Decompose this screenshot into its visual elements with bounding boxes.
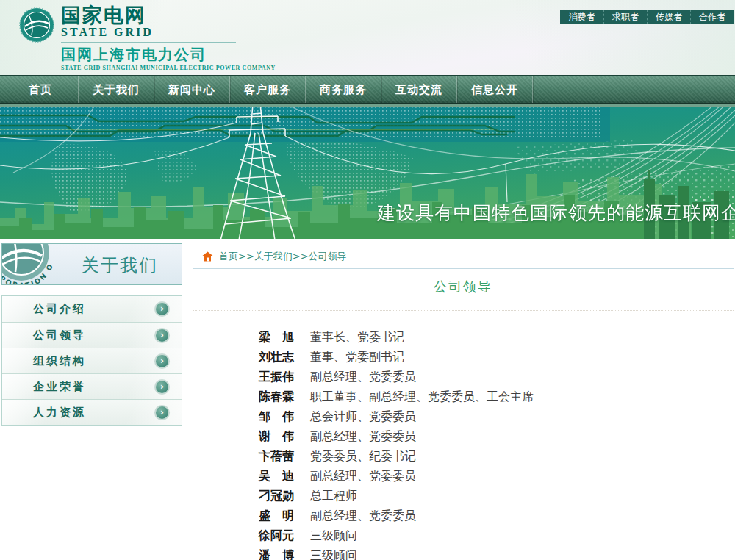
arrow-circle-icon	[156, 406, 168, 419]
sidebar-menu-item[interactable]: 公司领导	[2, 322, 182, 348]
leader-name: 潘 博	[259, 545, 295, 560]
main-nav: 首页 关于我们 新闻中心 客户服务 商务服务 互动交流 信息公开	[0, 76, 735, 104]
sidebar-menu-item[interactable]: 企业荣誉	[2, 373, 182, 399]
leader-name: 徐阿元	[259, 525, 295, 545]
leader-row: 潘 博 三级顾问	[259, 545, 734, 560]
sidebar-item-label: 人力资源	[33, 406, 86, 420]
page: 国家电网 STATE GRID 国网上海市电力公司 STATE GRID SHA…	[0, 0, 735, 560]
leader-name: 梁 旭	[259, 327, 295, 347]
brand-name-cn: 国家电网	[61, 5, 276, 26]
content-area: CORPORATION OF 关于我们 公司介绍 公司领导	[0, 239, 735, 560]
dotted-separator	[193, 310, 734, 311]
leader-row: 吴 迪 副总经理、党委委员	[259, 466, 734, 486]
brand-name-en: STATE GRID	[61, 26, 276, 39]
nav-item[interactable]: 新闻中心	[154, 76, 230, 103]
leader-title: 副总经理、党委委员	[310, 469, 416, 483]
leader-row: 刘壮志 董事、党委副书记	[259, 347, 734, 367]
leader-name: 王振伟	[259, 367, 295, 387]
leader-name: 谢 伟	[259, 426, 295, 446]
page-title: 公司领导	[193, 278, 734, 295]
leader-title: 职工董事、副总经理、党委委员、工会主席	[310, 390, 534, 403]
breadcrumb: 首页>>关于我们>>公司领导	[193, 249, 734, 264]
audience-link[interactable]: 合作者	[690, 10, 734, 24]
logo-divider	[61, 42, 236, 43]
sidebar-menu-item[interactable]: 组织结构	[2, 348, 182, 373]
arrow-circle-icon	[156, 329, 168, 342]
leader-title: 三级顾问	[310, 548, 357, 560]
nav-item[interactable]: 客户服务	[230, 76, 306, 103]
leader-title: 副总经理、党委委员	[310, 370, 416, 384]
audience-links-bar: 消费者 求职者 传媒者 合作者	[560, 10, 734, 24]
arrow-circle-icon	[156, 381, 168, 393]
sidebar-item-label: 组织结构	[33, 354, 86, 368]
sidebar-item-label: 公司介绍	[33, 302, 86, 316]
sidebar-header: CORPORATION OF 关于我们	[1, 243, 182, 285]
sidebar: CORPORATION OF 关于我们 公司介绍 公司领导	[1, 239, 182, 426]
leader-row: 徐阿元 三级顾问	[259, 525, 734, 545]
leader-title: 三级顾问	[310, 528, 357, 542]
leader-name: 盛 明	[259, 506, 295, 525]
leader-name: 邹 伟	[259, 406, 295, 426]
leader-title: 党委委员、纪委书记	[310, 449, 416, 463]
leader-name: 卞蓓蕾	[259, 446, 295, 466]
audience-link[interactable]: 求职者	[603, 10, 647, 24]
sidebar-title: 关于我们	[82, 254, 158, 277]
leader-title: 总工程师	[310, 489, 357, 503]
site-header: 国家电网 STATE GRID 国网上海市电力公司 STATE GRID SHA…	[0, 0, 735, 76]
audience-link[interactable]: 消费者	[560, 10, 603, 24]
sidebar-item-label: 企业荣誉	[33, 380, 86, 394]
breadcrumb-divider	[193, 268, 734, 269]
leader-list: 梁 旭 董事长、党委书记 刘壮志 董事、党委副书记 王振伟 副总经理、党委委员	[259, 327, 734, 560]
leader-row: 梁 旭 董事长、党委书记	[259, 327, 734, 347]
breadcrumb-text[interactable]: 首页>>关于我们>>公司领导	[219, 250, 347, 263]
state-grid-globe-icon	[19, 7, 54, 43]
nav-item[interactable]: 商务服务	[306, 76, 381, 103]
audience-link[interactable]: 传媒者	[647, 10, 690, 24]
leader-name: 刘壮志	[259, 347, 295, 367]
hero-banner: 建设具有中国特色国际领先的能源互联网企业	[0, 107, 735, 239]
home-icon[interactable]	[202, 251, 213, 262]
leader-row: 刁冠勋 总工程师	[259, 486, 734, 506]
logo-texts: 国家电网 STATE GRID 国网上海市电力公司 STATE GRID SHA…	[61, 5, 276, 71]
leader-title: 董事长、党委书记	[310, 330, 404, 344]
nav-item[interactable]: 信息公开	[457, 76, 533, 103]
leader-row: 盛 明 副总经理、党委委员	[259, 506, 734, 525]
state-grid-logo[interactable]: 国家电网 STATE GRID 国网上海市电力公司 STATE GRID SHA…	[19, 5, 276, 71]
arrow-circle-icon	[156, 355, 168, 367]
nav-item[interactable]: 互动交流	[381, 76, 457, 103]
arrow-circle-icon	[156, 303, 168, 315]
leader-row: 邹 伟 总会计师、党委委员	[259, 406, 734, 426]
leader-name: 吴 迪	[259, 466, 295, 486]
leader-title: 董事、党委副书记	[310, 350, 404, 364]
banner-slogan: 建设具有中国特色国际领先的能源互联网企业	[377, 201, 735, 225]
leader-row: 陈春霖 职工董事、副总经理、党委委员、工会主席	[259, 387, 734, 406]
leader-row: 谢 伟 副总经理、党委委员	[259, 426, 734, 446]
leader-row: 王振伟 副总经理、党委委员	[259, 367, 734, 387]
sidebar-item-label: 公司领导	[33, 329, 86, 342]
sidebar-menu: 公司介绍 公司领导 组织结构 企业荣誉	[1, 295, 182, 426]
leader-title: 副总经理、党委委员	[310, 429, 416, 443]
leader-title: 总会计师、党委委员	[310, 409, 416, 423]
nav-item[interactable]: 关于我们	[79, 76, 154, 103]
sidebar-menu-item[interactable]: 公司介绍	[2, 296, 182, 322]
sidebar-menu-item[interactable]: 人力资源	[2, 399, 182, 425]
company-name-en: STATE GRID SHANGHAI MUNICIPAL ELECTRIC P…	[61, 65, 276, 71]
nav-item[interactable]: 首页	[3, 76, 79, 103]
leader-row: 卞蓓蕾 党委委员、纪委书记	[259, 446, 734, 466]
sidebar-globe-icon: CORPORATION OF	[2, 244, 83, 285]
leader-title: 副总经理、党委委员	[310, 509, 416, 523]
leader-name: 陈春霖	[259, 387, 295, 406]
company-name-cn: 国网上海市电力公司	[61, 46, 276, 63]
main-panel: 首页>>关于我们>>公司领导 公司领导 梁 旭 董事长、党委书记 刘壮志 董事、…	[182, 239, 735, 560]
leader-name: 刁冠勋	[259, 486, 295, 506]
